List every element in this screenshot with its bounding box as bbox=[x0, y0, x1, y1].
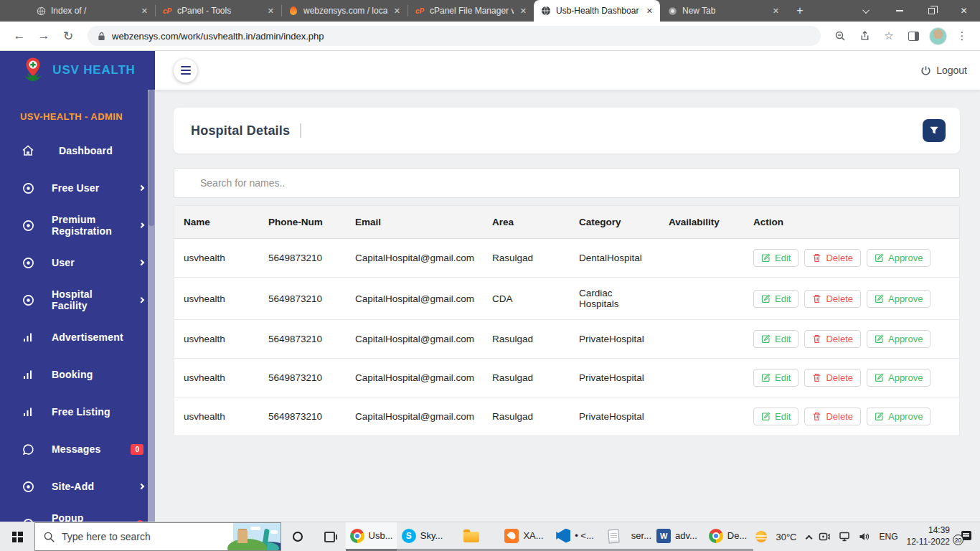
task-view-button[interactable] bbox=[314, 522, 346, 551]
tab-close-icon[interactable]: ✕ bbox=[140, 6, 149, 16]
tab-webzensys-local[interactable]: webzensys.com / loca ✕ bbox=[281, 0, 407, 22]
taskbar-app-chrome-usbhealth[interactable]: Usb... bbox=[346, 522, 397, 551]
sidebar-item-booking[interactable]: Booking bbox=[0, 356, 155, 393]
approve-button[interactable]: Approve bbox=[867, 408, 930, 425]
temperature[interactable]: 30°C bbox=[776, 532, 796, 542]
sidebar-item-label: Premium Registration bbox=[52, 214, 121, 237]
tab-close-icon[interactable]: ✕ bbox=[266, 6, 275, 16]
tab-title: cPanel - Tools bbox=[177, 6, 261, 16]
tab-close-icon[interactable]: ✕ bbox=[519, 6, 528, 16]
tab-search-chevron-icon[interactable] bbox=[851, 0, 883, 22]
address-bar[interactable]: webzensys.com/work/usvhealth.in/admin/in… bbox=[88, 26, 821, 46]
tab-cpanel-tools[interactable]: cP cPanel - Tools ✕ bbox=[155, 0, 281, 22]
bookmark-star-icon[interactable]: ☆ bbox=[878, 25, 900, 47]
zoom-icon[interactable] bbox=[829, 25, 851, 47]
tab-close-icon[interactable]: ✕ bbox=[392, 6, 402, 16]
cell-availability bbox=[660, 278, 745, 320]
network-icon[interactable] bbox=[839, 532, 850, 542]
tab-new-tab[interactable]: New Tab ✕ bbox=[660, 0, 786, 22]
start-button[interactable] bbox=[0, 522, 34, 551]
back-icon[interactable]: ← bbox=[9, 25, 30, 47]
approve-button[interactable]: Approve bbox=[867, 249, 930, 267]
clock[interactable]: 14:39 12-11-2022 bbox=[907, 525, 951, 547]
sidebar: USV HEALTH USV-HEALTH - ADMIN Dashboard … bbox=[0, 51, 155, 522]
tab-usb-health-dashboard[interactable]: Usb-Health Dashboar ✕ bbox=[534, 0, 660, 22]
delete-button[interactable]: Delete bbox=[804, 369, 861, 387]
logout-button[interactable]: Logout bbox=[920, 65, 967, 76]
browser-menu-icon[interactable]: ⋮ bbox=[951, 25, 973, 47]
reload-icon[interactable]: ↻ bbox=[57, 25, 79, 47]
sidebar-item-free-listing[interactable]: Free Listing bbox=[0, 393, 155, 430]
search-input[interactable] bbox=[174, 168, 960, 198]
delete-button[interactable]: Delete bbox=[804, 408, 861, 425]
tab-cpanel-file-manager[interactable]: cP cPanel File Manager v ✕ bbox=[407, 0, 534, 22]
sidebar-item-hospital-facility[interactable]: Hospital Facility bbox=[0, 281, 155, 319]
taskbar-app-vscode[interactable]: • <... bbox=[550, 522, 600, 551]
sidebar-item-premium-registration[interactable]: Premium Registration bbox=[0, 207, 155, 244]
edit-button[interactable]: Edit bbox=[753, 408, 798, 425]
side-panel-icon[interactable] bbox=[903, 25, 924, 47]
tab-close-icon[interactable]: ✕ bbox=[645, 6, 654, 16]
taskbar-app-file-explorer[interactable] bbox=[448, 522, 499, 551]
restore-button[interactable] bbox=[915, 0, 948, 22]
windows-logo-icon bbox=[12, 532, 23, 542]
tab-close-icon[interactable]: ✕ bbox=[771, 6, 781, 16]
cell-category: DentalHospital bbox=[570, 239, 660, 278]
delete-button[interactable]: Delete bbox=[804, 249, 861, 267]
close-button[interactable]: ✕ bbox=[948, 0, 980, 22]
edit-button[interactable]: Edit bbox=[753, 290, 798, 308]
system-tray: 30°C ENG 14:39 12-11-2022 20 bbox=[755, 522, 980, 551]
sidebar-item-site-add[interactable]: Site-Add bbox=[0, 468, 155, 505]
edit-button[interactable]: Edit bbox=[753, 330, 798, 348]
sidebar-item-advertisement[interactable]: Advertisement bbox=[0, 319, 155, 356]
taskbar-app-skype[interactable]: S Sky... bbox=[397, 522, 448, 551]
volume-icon[interactable] bbox=[859, 532, 870, 542]
edit-icon bbox=[761, 253, 771, 263]
edit-icon bbox=[761, 373, 771, 382]
cell-phone: 5649873210 bbox=[260, 320, 347, 359]
sidebar-logo[interactable]: USV HEALTH bbox=[0, 51, 155, 90]
table-row: usvhealth 5649873210 CapitalHospital@gma… bbox=[174, 278, 959, 320]
hidden-icons-chevron[interactable] bbox=[806, 534, 813, 542]
sidebar-item-user[interactable]: User bbox=[0, 244, 155, 281]
popup-messages-badge bbox=[136, 520, 143, 522]
approve-button[interactable]: Approve bbox=[867, 369, 930, 387]
sidebar-item-messages[interactable]: Messages 0 bbox=[0, 430, 155, 468]
tab-index-of[interactable]: Index of / ✕ bbox=[29, 0, 155, 22]
cell-phone: 5649873210 bbox=[260, 359, 347, 397]
table-row: usvhealth 5649873210 CapitalHospital@gma… bbox=[174, 359, 959, 397]
cell-name: usvhealth bbox=[174, 397, 260, 436]
share-icon[interactable] bbox=[854, 25, 875, 47]
sidebar-item-popup-messages[interactable]: Popup Messages bbox=[0, 505, 155, 522]
forward-icon[interactable]: → bbox=[33, 25, 55, 47]
profile-avatar[interactable] bbox=[927, 25, 948, 47]
edit-button[interactable]: Edit bbox=[753, 369, 798, 387]
weather-icon[interactable] bbox=[755, 531, 767, 542]
new-tab-button[interactable]: + bbox=[791, 1, 809, 20]
taskbar-app-xampp[interactable]: XA... bbox=[499, 522, 550, 551]
hamburger-menu-button[interactable] bbox=[174, 59, 197, 83]
delete-button[interactable]: Delete bbox=[804, 330, 861, 348]
search-box-artwork bbox=[233, 523, 281, 550]
approve-button[interactable]: Approve bbox=[867, 290, 930, 308]
sidebar-item-label: Site-Add bbox=[52, 481, 94, 492]
notification-center-button[interactable]: 20 bbox=[958, 531, 971, 542]
delete-button[interactable]: Delete bbox=[804, 290, 861, 308]
sidebar-scrollbar[interactable] bbox=[148, 90, 155, 522]
meet-now-icon[interactable] bbox=[819, 532, 830, 542]
vscode-icon bbox=[556, 529, 570, 543]
circle-dot-icon bbox=[22, 481, 34, 493]
taskbar-search[interactable]: Type here to search bbox=[34, 522, 281, 551]
cortana-button[interactable] bbox=[281, 522, 314, 551]
sidebar-item-free-user[interactable]: Free User bbox=[0, 169, 155, 207]
minimize-button[interactable] bbox=[883, 0, 915, 22]
filter-button[interactable] bbox=[923, 119, 946, 142]
bar-chart-icon bbox=[22, 369, 34, 380]
edit-button[interactable]: Edit bbox=[753, 249, 798, 267]
taskbar-app-notepad[interactable]: ser... bbox=[600, 522, 651, 551]
approve-button[interactable]: Approve bbox=[867, 330, 930, 348]
language-indicator[interactable]: ENG bbox=[879, 532, 897, 542]
sidebar-item-dashboard[interactable]: Dashboard bbox=[0, 132, 155, 169]
taskbar-app-word[interactable]: W adv... bbox=[651, 522, 702, 551]
taskbar-app-chrome-2[interactable]: De... bbox=[702, 522, 753, 551]
